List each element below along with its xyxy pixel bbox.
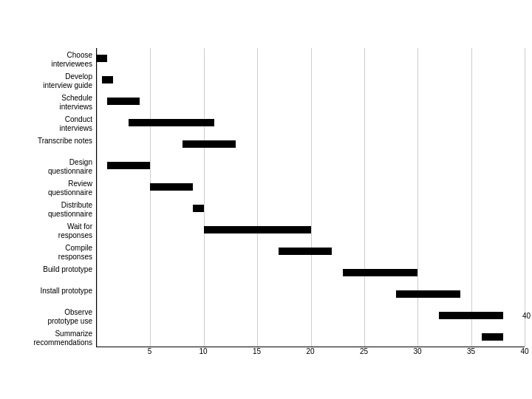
grid-line <box>471 48 472 347</box>
chart-title <box>0 0 532 13</box>
activity-label: Wait forresponses <box>58 222 92 240</box>
activity-label: Summarizerecommendations <box>34 330 92 347</box>
grid-line <box>311 48 312 347</box>
activity-label: Scheduleinterviews <box>60 94 92 112</box>
x-axis-tick-label: 25 <box>360 347 368 355</box>
label-40: 40 <box>522 312 531 320</box>
activity-label: Observeprototype use <box>47 308 92 326</box>
gantt-grid <box>96 48 525 347</box>
chart-area: ChooseintervieweesDevelopinterview guide… <box>0 48 532 369</box>
activity-label: Build prototype <box>43 265 92 274</box>
x-axis-tick-label: 20 <box>306 347 314 355</box>
x-axis-tick-label: 15 <box>253 347 261 355</box>
activity-label: Compileresponses <box>58 244 92 262</box>
gantt-bar <box>183 140 236 148</box>
chart-container: ChooseintervieweesDevelopinterview guide… <box>0 0 532 399</box>
gantt-bar <box>97 55 107 62</box>
activity-label: Chooseinterviewees <box>51 51 92 69</box>
grid-line <box>417 48 418 347</box>
grid-line <box>150 48 151 347</box>
activity-label: Designquestionnaire <box>48 158 92 176</box>
grid-line <box>364 48 365 347</box>
gantt-bar <box>482 333 503 341</box>
x-axis-tick-label: 40 <box>520 347 528 355</box>
x-axis-tick-label: 30 <box>413 347 421 355</box>
gantt-bar <box>129 119 214 126</box>
gantt-bar <box>279 248 332 255</box>
gantt-bar <box>204 226 311 233</box>
grid-line <box>204 48 205 347</box>
gantt-bar <box>396 290 460 298</box>
gantt-bar <box>107 162 150 169</box>
gantt-bar <box>150 183 193 191</box>
activity-label: Distributequestionnaire <box>48 201 92 219</box>
gantt-bar <box>343 269 417 276</box>
activity-label: Transcribe notes <box>38 137 92 146</box>
gantt-bar <box>107 98 139 105</box>
grid-line <box>257 48 258 347</box>
x-axis-tick-label: 10 <box>199 347 207 355</box>
activity-label: Developinterview guide <box>43 72 92 90</box>
activity-labels: ChooseintervieweesDevelopinterview guide… <box>0 48 96 347</box>
x-axis-labels: 510152025303540 <box>96 347 525 362</box>
activity-label: Conductinterviews <box>60 115 92 133</box>
grid-line <box>525 48 525 347</box>
x-axis-tick-label: 5 <box>148 347 152 355</box>
gantt-bar <box>102 76 112 83</box>
gantt-bar <box>439 312 503 319</box>
gantt-bar <box>193 205 203 212</box>
activity-label: Reviewquestionnaire <box>48 180 92 197</box>
x-axis-tick-label: 35 <box>467 347 475 355</box>
grid-line <box>97 48 98 347</box>
activity-label: Install prototype <box>40 287 92 296</box>
